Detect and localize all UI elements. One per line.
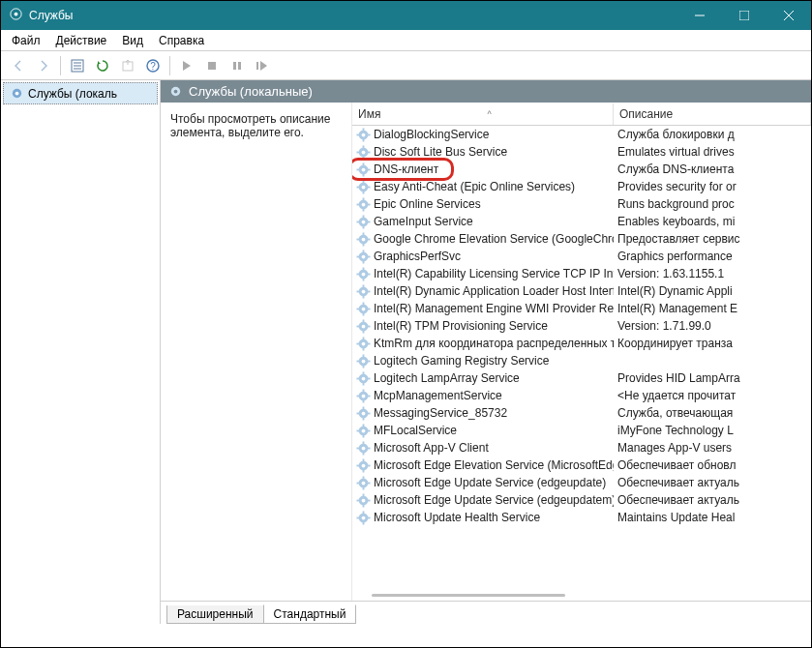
table-row[interactable]: Google Chrome Elevation Service (GoogleC… [352, 230, 811, 248]
service-icon [356, 128, 371, 142]
table-row[interactable]: Microsoft Edge Update Service (edgeupdat… [352, 474, 811, 491]
svg-rect-68 [368, 255, 371, 257]
svg-rect-98 [368, 342, 371, 344]
menu-action[interactable]: Действие [49, 32, 114, 49]
table-row[interactable]: Microsoft App-V ClientManages App-V user… [352, 439, 811, 457]
tab-extended[interactable]: Расширенный [166, 605, 264, 624]
table-row[interactable]: GraphicsPerfSvcGraphics performance [352, 248, 811, 265]
svg-rect-53 [363, 215, 365, 218]
svg-rect-49 [356, 203, 359, 205]
table-row[interactable]: Epic Online ServicesRuns background proc [352, 195, 811, 213]
svg-rect-126 [363, 434, 365, 437]
table-row[interactable]: DNS-клиентСлужба DNS-клиента [352, 161, 811, 178]
svg-rect-120 [363, 417, 365, 420]
svg-rect-149 [363, 493, 365, 496]
table-row[interactable]: Disc Soft Lite Bus ServiceEmulates virtu… [352, 143, 811, 161]
details-button[interactable] [66, 54, 89, 77]
svg-rect-95 [363, 337, 365, 339]
svg-rect-71 [363, 267, 365, 270]
svg-rect-144 [363, 486, 365, 489]
cell-desc: Runs background proc [614, 197, 811, 211]
sort-indicator-icon: ^ [487, 109, 491, 119]
cell-name: Disc Soft Lite Bus Service [352, 145, 614, 160]
table-row[interactable]: Logitech Gaming Registry Service [352, 352, 811, 369]
list-body[interactable]: DialogBlockingServiceСлужба блокировки д… [352, 126, 811, 601]
cell-name: Google Chrome Elevation Service (GoogleC… [352, 232, 614, 247]
table-row[interactable]: Microsoft Edge Update Service (edgeupdat… [352, 491, 811, 509]
svg-rect-137 [363, 458, 365, 461]
menu-view[interactable]: Вид [115, 32, 150, 49]
cell-desc: Обеспечивает актуаль [614, 476, 811, 489]
svg-rect-15 [238, 62, 241, 70]
table-row[interactable]: Microsoft Update Health ServiceMaintains… [352, 509, 811, 526]
cell-name: KtmRm для координатора распределенных тр… [352, 337, 614, 351]
back-button[interactable] [7, 54, 30, 77]
close-button[interactable] [767, 1, 811, 30]
table-row[interactable]: GameInput ServiceEnables keyboards, mi [352, 213, 811, 230]
restart-button[interactable] [251, 54, 274, 77]
menu-help[interactable]: Справка [152, 32, 211, 49]
svg-point-76 [362, 289, 366, 293]
svg-point-100 [362, 359, 366, 363]
table-row[interactable]: Microsoft Edge Elevation Service (Micros… [352, 457, 811, 474]
svg-point-112 [362, 394, 366, 398]
tab-standard[interactable]: Стандартный [263, 604, 357, 624]
table-row[interactable]: Logitech LampArray ServiceProvides HID L… [352, 369, 811, 387]
menu-file[interactable]: Файл [5, 32, 47, 49]
service-icon [356, 267, 371, 281]
table-row[interactable]: MessagingService_85732Служба, отвечающая [352, 404, 811, 422]
service-icon [356, 180, 371, 194]
window-title: Службы [29, 9, 73, 22]
svg-point-88 [362, 324, 366, 328]
stop-button[interactable] [200, 54, 224, 77]
svg-rect-41 [363, 180, 365, 183]
help-button[interactable]: ? [141, 54, 165, 77]
table-row[interactable]: Intel(R) Capability Licensing Service TC… [352, 265, 811, 282]
toolbar: ? [1, 51, 811, 80]
cell-name: MessagingService_85732 [352, 406, 614, 421]
svg-rect-79 [356, 290, 359, 292]
cell-name: Microsoft Update Health Service [352, 511, 614, 525]
start-button[interactable] [175, 54, 198, 77]
svg-rect-37 [356, 168, 359, 170]
cell-name: GraphicsPerfSvc [352, 250, 614, 264]
svg-rect-78 [363, 295, 365, 298]
svg-point-70 [362, 272, 366, 276]
table-row[interactable]: Intel(R) Management Engine WMI Provider … [352, 300, 811, 317]
svg-rect-31 [356, 151, 359, 153]
export-button[interactable] [116, 54, 139, 77]
table-row[interactable]: Easy Anti-Cheat (Epic Online Services)Pr… [352, 178, 811, 195]
column-description[interactable]: Описание [614, 103, 811, 125]
refresh-button[interactable] [91, 54, 114, 77]
svg-point-20 [174, 90, 178, 94]
svg-rect-66 [363, 260, 365, 263]
table-row[interactable]: Intel(R) TPM Provisioning ServiceVersion… [352, 317, 811, 335]
cell-desc: Version: 1.71.99.0 [614, 319, 811, 333]
svg-point-106 [362, 376, 366, 380]
svg-rect-115 [356, 395, 359, 397]
pause-button[interactable] [226, 54, 249, 77]
cell-desc: Provides security for or [614, 180, 811, 193]
table-row[interactable]: Intel(R) Dynamic Application Loader Host… [352, 282, 811, 300]
forward-button[interactable] [32, 54, 55, 77]
horizontal-scrollbar[interactable] [352, 591, 811, 599]
table-row[interactable]: DialogBlockingServiceСлужба блокировки д [352, 126, 811, 143]
cell-name: Epic Online Services [352, 197, 614, 212]
svg-rect-43 [356, 186, 359, 188]
content-area: Службы (локаль Службы (локальные) Чтобы … [1, 80, 811, 624]
svg-rect-44 [368, 186, 371, 188]
svg-rect-109 [356, 377, 359, 379]
minimize-button[interactable] [677, 1, 722, 30]
svg-rect-157 [356, 516, 359, 518]
right-pane: Службы (локальные) Чтобы просмотреть опи… [161, 80, 811, 624]
svg-point-18 [15, 92, 19, 96]
maximize-button[interactable] [722, 1, 767, 30]
table-row[interactable]: KtmRm для координатора распределенных тр… [352, 335, 811, 352]
column-name[interactable]: Имя ^ [352, 103, 614, 125]
tree-item-services[interactable]: Службы (локаль [3, 82, 158, 104]
svg-point-1 [15, 13, 18, 16]
svg-rect-83 [363, 302, 365, 305]
table-row[interactable]: MFLocalServiceiMyFone Technology L [352, 422, 811, 439]
table-row[interactable]: McpManagementService<Не удается прочитат [352, 387, 811, 404]
svg-rect-38 [368, 168, 371, 170]
